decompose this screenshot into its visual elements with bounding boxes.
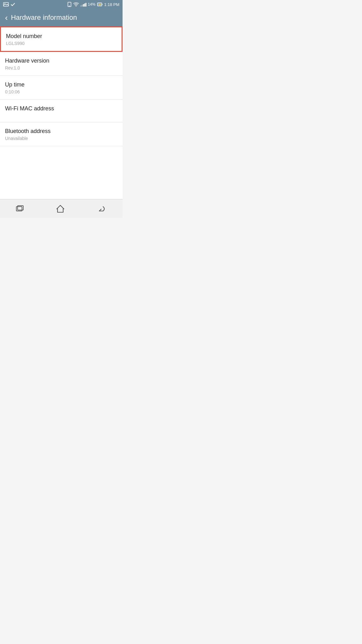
hardware-version-value: Rev.1.0 (5, 65, 118, 70)
recent-apps-icon (16, 205, 25, 212)
uptime-value: 0:10:06 (5, 89, 118, 94)
wifi-mac-row: Wi-Fi MAC address (0, 100, 123, 122)
status-right-icons: 14% ⚡ 1:18 PM (67, 2, 119, 7)
uptime-label: Up time (5, 81, 118, 88)
hardware-version-label: Hardware version (5, 58, 118, 64)
check-icon (11, 3, 15, 6)
bluetooth-address-row: Bluetooth address Unavailable (0, 122, 123, 146)
content-area: Model number LGLS990 Hardware version Re… (0, 26, 123, 199)
nav-back-button[interactable] (93, 202, 110, 215)
home-button[interactable] (53, 202, 68, 216)
battery-percent: 14% (88, 2, 96, 7)
home-icon (56, 205, 65, 213)
back-button[interactable]: ‹ (5, 14, 8, 22)
recent-apps-button[interactable] (13, 202, 28, 215)
svg-point-4 (75, 6, 76, 7)
wifi-icon (73, 2, 79, 7)
svg-text:⚡: ⚡ (98, 3, 101, 6)
bluetooth-address-value: Unavailable (5, 136, 118, 141)
battery-icon: ⚡ (97, 2, 103, 7)
page-title: Hardware information (11, 14, 77, 22)
status-bar: 14% ⚡ 1:18 PM (0, 0, 123, 9)
signal-bars (80, 2, 86, 7)
wifi-mac-label: Wi-Fi MAC address (5, 105, 118, 112)
model-number-label: Model number (6, 33, 117, 40)
device-icon (67, 2, 72, 7)
app-bar: ‹ Hardware information (0, 9, 123, 26)
model-number-value: LGLS990 (6, 41, 117, 46)
gallery-icon (3, 2, 9, 7)
status-time: 1:18 PM (104, 2, 119, 7)
hardware-version-row: Hardware version Rev.1.0 (0, 52, 123, 76)
bluetooth-address-label: Bluetooth address (5, 128, 118, 135)
uptime-row: Up time 0:10:06 (0, 76, 123, 100)
nav-bar (0, 199, 123, 218)
model-number-row: Model number LGLS990 (0, 26, 123, 52)
nav-back-icon (96, 205, 107, 212)
svg-rect-6 (102, 4, 102, 5)
status-left-icons (3, 2, 15, 7)
